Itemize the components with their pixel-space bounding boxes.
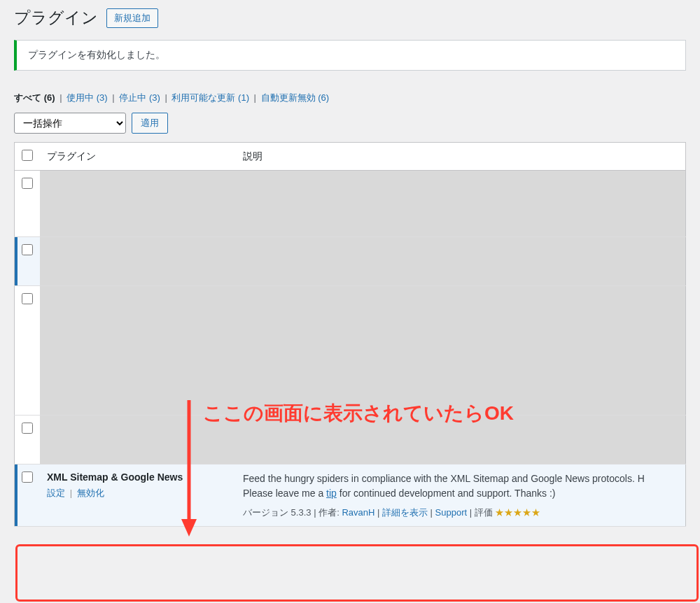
annotation-arrow-icon bbox=[178, 400, 200, 527]
plugin-name: XML Sitemap & Google News bbox=[47, 471, 229, 483]
redacted-content bbox=[40, 237, 686, 286]
author-link[interactable]: RavanH bbox=[342, 507, 374, 518]
support-link[interactable]: Support bbox=[435, 507, 468, 518]
apply-button[interactable]: 適用 bbox=[132, 113, 168, 134]
page-title: プラグイン bbox=[14, 7, 98, 29]
filter-links: すべて (6) | 使用中 (3) | 停止中 (3) | 利用可能な更新 (1… bbox=[14, 92, 686, 104]
plugin-settings-link[interactable]: 設定 bbox=[47, 488, 65, 498]
notice-success: プラグインを有効化しました。 bbox=[14, 40, 686, 71]
tip-link[interactable]: tip bbox=[326, 488, 337, 499]
row-checkbox[interactable] bbox=[22, 423, 33, 434]
table-row bbox=[15, 286, 686, 416]
row-checkbox[interactable] bbox=[22, 244, 33, 255]
filter-active[interactable]: 使用中 (3) bbox=[66, 92, 108, 103]
table-row-xml-sitemap: XML Sitemap & Google News 設定 | 無効化 Feed … bbox=[15, 464, 686, 527]
rating-stars-icon: ★★★★★ bbox=[495, 507, 540, 518]
plugins-table: プラグイン 説明 XML bbox=[14, 142, 686, 527]
row-checkbox[interactable] bbox=[22, 293, 33, 304]
filter-all[interactable]: すべて (6) bbox=[14, 92, 55, 103]
plugin-description: Feed the hungry spiders in compliance wi… bbox=[243, 471, 678, 501]
details-link[interactable]: 詳細を表示 bbox=[382, 507, 428, 518]
col-description: 説明 bbox=[236, 143, 686, 171]
svg-marker-1 bbox=[181, 519, 197, 527]
col-plugin: プラグイン bbox=[40, 143, 236, 171]
bulk-action-select[interactable]: 一括操作 bbox=[14, 113, 126, 134]
row-checkbox[interactable] bbox=[22, 471, 33, 483]
filter-auto-disabled[interactable]: 自動更新無効 (6) bbox=[261, 92, 330, 103]
row-checkbox[interactable] bbox=[22, 178, 33, 189]
annotation-text: ここの画面に表示されていたらOK bbox=[203, 400, 514, 427]
plugin-deactivate-link[interactable]: 無効化 bbox=[77, 488, 104, 498]
table-row bbox=[15, 237, 686, 286]
plugin-meta: バージョン 5.3.3 | 作者: RavanH | 詳細を表示 | Suppo… bbox=[243, 506, 678, 519]
select-all-checkbox[interactable] bbox=[22, 150, 33, 161]
redacted-content bbox=[40, 286, 686, 416]
redacted-content bbox=[40, 171, 686, 237]
notice-message: プラグインを有効化しました。 bbox=[28, 49, 165, 60]
add-new-button[interactable]: 新規追加 bbox=[106, 8, 158, 28]
table-row bbox=[15, 171, 686, 237]
filter-inactive[interactable]: 停止中 (3) bbox=[119, 92, 160, 103]
filter-updates[interactable]: 利用可能な更新 (1) bbox=[172, 92, 249, 103]
